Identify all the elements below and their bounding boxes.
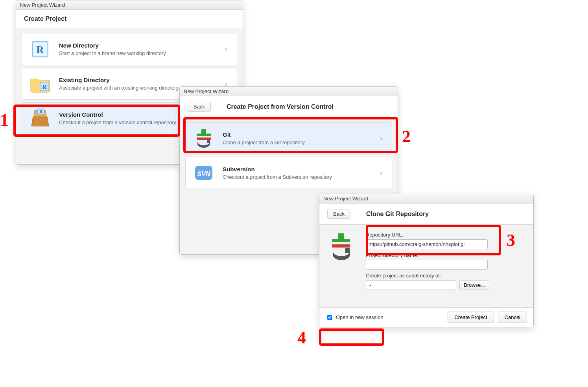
cancel-button[interactable]: Cancel — [498, 312, 527, 323]
repo-url-label: Repository URL: — [366, 232, 525, 238]
svg-rect-9 — [197, 138, 211, 140]
option-text: Git Clone a project from a Git repositor… — [223, 131, 305, 145]
header-section: Back Clone Git Repository — [319, 204, 533, 225]
option-subtitle: Checkout a project from a version contro… — [59, 119, 176, 125]
page-title: Create Project from Version Control — [227, 103, 334, 110]
open-new-session-label: Open in new session — [336, 314, 383, 320]
option-new-directory[interactable]: R New Directory Start a project in a bra… — [22, 33, 237, 65]
svg-rect-7 — [201, 129, 206, 134]
window-title: New Project Wizard — [180, 87, 398, 96]
svg-text:R: R — [42, 84, 47, 90]
window-title: New Project Wizard — [16, 0, 243, 10]
option-title: Existing Directory — [59, 77, 179, 83]
version-control-icon: R — [29, 107, 51, 129]
back-button[interactable]: Back — [327, 209, 350, 219]
page-title: Clone Git Repository — [366, 211, 429, 218]
svg-text:R: R — [39, 109, 42, 114]
git-icon — [193, 127, 215, 149]
page-title: Create Project — [24, 15, 67, 22]
annotation-number-1: 1 — [0, 110, 9, 130]
option-subtitle: Clone a project from a Git repository — [223, 139, 305, 145]
svg-text:R: R — [37, 44, 44, 55]
chevron-right-icon: › — [380, 134, 385, 143]
option-text: Existing Directory Associate a project w… — [59, 77, 179, 91]
option-text: Subversion Checkout a project from a Sub… — [223, 166, 332, 180]
annotation-number-4: 4 — [297, 328, 306, 348]
open-new-session-row[interactable]: Open in new session — [326, 314, 383, 321]
svg-rect-15 — [332, 244, 350, 248]
option-title: Git — [223, 131, 305, 138]
option-text: New Directory Start a project in a brand… — [59, 42, 166, 56]
svg-rect-13 — [338, 233, 344, 239]
open-new-session-checkbox[interactable] — [327, 315, 332, 320]
window-title: New Project Wizard — [319, 194, 533, 204]
subdir-label: Create project as subdirectory of: — [366, 273, 525, 279]
header-section: Back Create Project from Version Control — [180, 96, 398, 117]
browse-button[interactable]: Browse... — [459, 280, 489, 290]
svn-icon: SVN — [193, 162, 215, 184]
option-title: Subversion — [223, 166, 332, 172]
clone-form: Repository URL: Project directory name: … — [319, 225, 533, 307]
option-subtitle: Associate a project with an existing wor… — [59, 85, 179, 91]
subdir-input[interactable] — [366, 280, 456, 290]
form-fields: Repository URL: Project directory name: … — [366, 232, 525, 301]
svg-rect-8 — [197, 134, 211, 136]
header-section: Create Project — [16, 10, 243, 28]
option-subversion[interactable]: SVN Subversion Checkout a project from a… — [185, 157, 392, 189]
svg-rect-16 — [345, 248, 350, 253]
wizard-window-3: New Project Wizard Back Clone Git Reposi… — [319, 194, 534, 327]
option-git[interactable]: Git Clone a project from a Git repositor… — [185, 122, 392, 154]
create-project-button[interactable]: Create Project — [448, 312, 494, 323]
option-title: New Directory — [59, 42, 166, 49]
annotation-box-4 — [319, 328, 384, 346]
new-directory-icon: R — [29, 38, 51, 60]
svg-rect-10 — [207, 140, 210, 143]
option-text: Version Control Checkout a project from … — [59, 111, 176, 125]
chevron-right-icon: › — [380, 169, 385, 177]
existing-directory-icon: R — [29, 73, 51, 95]
git-icon — [327, 232, 355, 301]
option-title: Version Control — [59, 111, 176, 118]
chevron-right-icon: › — [225, 45, 230, 53]
option-subtitle: Start a project in a brand new working d… — [59, 50, 166, 56]
back-button[interactable]: Back — [188, 102, 211, 112]
repo-url-input[interactable] — [366, 239, 488, 249]
annotation-number-2: 2 — [402, 127, 411, 147]
svg-rect-14 — [332, 239, 350, 242]
dir-name-label: Project directory name: — [366, 252, 525, 258]
option-subtitle: Checkout a project from a Subversion rep… — [223, 174, 332, 180]
svg-text:SVN: SVN — [197, 171, 210, 177]
dialog-footer: Open in new session Create Project Cance… — [319, 307, 533, 327]
dir-name-input[interactable] — [366, 260, 488, 270]
